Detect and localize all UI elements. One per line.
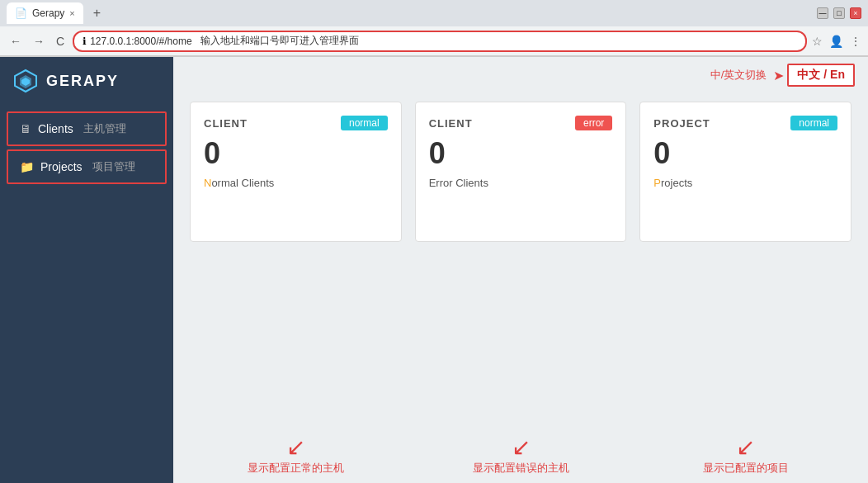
annotation-text-1: 显示配置正常的主机: [248, 461, 344, 476]
maximize-button[interactable]: □: [833, 7, 845, 19]
card-normal-clients: CLIENT normal 0 Normal Clients: [190, 102, 402, 242]
main-content: 中/英文切换 ➤ 中文 / En CLIENT normal 0 Normal …: [173, 57, 868, 483]
title-bar: 📄 Gerapy × + — □ ×: [0, 0, 868, 26]
main-header: 中/英文切换 ➤ 中文 / En: [173, 57, 868, 93]
new-tab-button[interactable]: +: [88, 4, 106, 22]
menu-icon[interactable]: ⋮: [850, 35, 861, 48]
browser-chrome: 📄 Gerapy × + — □ × ← → C ℹ 127.0.0.1:800…: [0, 0, 868, 57]
minimize-button[interactable]: —: [817, 7, 828, 19]
card-title-2: CLIENT: [429, 117, 473, 130]
refresh-button[interactable]: C: [53, 33, 68, 50]
back-button[interactable]: ←: [7, 33, 25, 50]
window-controls: — □ ×: [817, 7, 861, 19]
card-header-1: CLIENT normal: [204, 116, 388, 130]
projects-label: Projects: [40, 160, 83, 173]
lang-hint-text: 中/英文切换: [710, 68, 767, 83]
forward-button[interactable]: →: [30, 33, 48, 50]
projects-icon: 📁: [20, 160, 34, 173]
address-bar: ← → C ℹ 127.0.0.1:8000/#/home 输入地址和端口号即可…: [0, 26, 868, 56]
tab-title: Gerapy: [32, 7, 64, 19]
arrow-icon-1: ↙: [286, 436, 305, 459]
url-input[interactable]: ℹ 127.0.0.1:8000/#/home 输入地址和端口号即可进入管理界面: [73, 31, 807, 52]
card-header-3: PROJECT normal: [653, 116, 837, 130]
card-projects: PROJECT normal 0 Projects: [639, 102, 851, 242]
card-desc-3: Projects: [653, 177, 837, 189]
annotation-text-2: 显示配置错误的主机: [473, 461, 569, 476]
card-title-1: CLIENT: [204, 117, 248, 130]
arrow-icon-2: ↙: [512, 436, 531, 459]
annotation-1: ↙ 显示配置正常的主机: [190, 436, 402, 476]
annotation-2: ↙ 显示配置错误的主机: [415, 436, 627, 476]
arrow-icon-3: ↙: [736, 436, 755, 459]
tab-close-button[interactable]: ×: [69, 8, 74, 18]
annotation-area: ↙ 显示配置正常的主机 ↙ 显示配置错误的主机 ↙ 显示已配置的项目: [173, 436, 868, 483]
lang-arrow-icon: ➤: [773, 68, 784, 83]
card-count-1: 0: [204, 137, 388, 170]
clients-label-zh: 主机管理: [83, 121, 126, 136]
desc-highlight-1: N: [204, 177, 211, 189]
address-bar-right: ☆ 👤 ⋮: [812, 35, 861, 48]
brand: GERAPY: [0, 57, 173, 105]
tab-page-icon: 📄: [15, 7, 27, 19]
cards-area: CLIENT normal 0 Normal Clients CLIENT er…: [173, 93, 868, 436]
lang-switch-button[interactable]: 中文 / En: [787, 64, 855, 87]
clients-icon: 🖥: [20, 122, 31, 135]
desc-rest-1: ormal Clients: [211, 177, 274, 189]
brand-logo-icon: [13, 69, 38, 93]
title-bar-left: 📄 Gerapy × +: [7, 2, 106, 24]
card-title-3: PROJECT: [653, 117, 710, 130]
annotation-text-3: 显示已配置的项目: [703, 461, 789, 476]
card-count-2: 0: [429, 137, 613, 170]
card-desc-2: Error Clients: [429, 177, 613, 189]
app: GERAPY 🖥 Clients 主机管理 📁 Projects 项目管理 中/…: [0, 57, 868, 483]
bookmark-icon[interactable]: ☆: [812, 35, 823, 48]
projects-label-zh: 项目管理: [92, 159, 135, 174]
sidebar-item-projects[interactable]: 📁 Projects 项目管理: [7, 149, 167, 184]
badge-error-2: error: [575, 116, 612, 130]
sidebar-item-clients[interactable]: 🖥 Clients 主机管理: [7, 111, 167, 146]
sidebar: GERAPY 🖥 Clients 主机管理 📁 Projects 项目管理: [0, 57, 173, 483]
card-desc-1: Normal Clients: [204, 177, 388, 189]
annotation-3: ↙ 显示已配置的项目: [639, 436, 851, 476]
card-count-3: 0: [653, 137, 837, 170]
url-hint: 输入地址和端口号即可进入管理界面: [200, 34, 359, 48]
sidebar-nav: 🖥 Clients 主机管理 📁 Projects 项目管理: [0, 108, 173, 187]
browser-tab[interactable]: 📄 Gerapy ×: [7, 2, 83, 24]
security-icon: ℹ: [83, 36, 87, 47]
desc-highlight-3: P: [653, 177, 661, 189]
profile-icon[interactable]: 👤: [829, 35, 843, 48]
badge-normal-3: normal: [790, 116, 837, 130]
brand-name: GERAPY: [46, 73, 119, 90]
close-button[interactable]: ×: [850, 7, 861, 19]
card-header-2: CLIENT error: [429, 116, 613, 130]
desc-rest-3: rojects: [661, 177, 692, 189]
badge-normal-1: normal: [341, 116, 388, 130]
card-error-clients: CLIENT error 0 Error Clients: [415, 102, 627, 242]
url-text: 127.0.0.1:8000/#/home: [90, 36, 191, 47]
clients-label: Clients: [38, 122, 73, 135]
